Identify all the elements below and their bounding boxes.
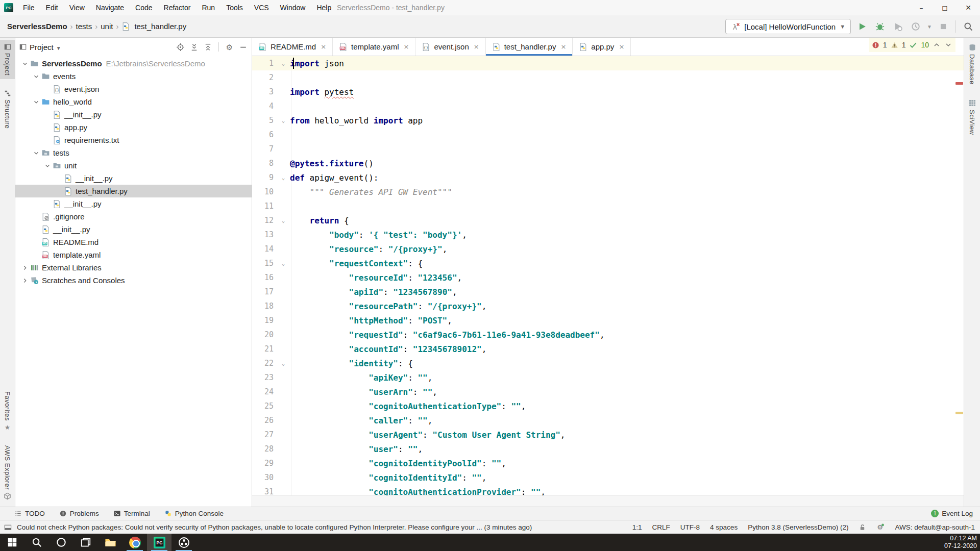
menu-tools[interactable]: Tools xyxy=(220,0,249,15)
hide-icon[interactable] xyxy=(239,43,248,52)
tree-item-scratches-and-consoles[interactable]: Scratches and Consoles xyxy=(15,274,252,287)
close-button[interactable]: ✕ xyxy=(957,0,980,15)
taskbar-pycharm-button[interactable]: PC xyxy=(147,534,172,551)
status-item[interactable]: 1:1 xyxy=(632,523,642,531)
tab-close-icon[interactable]: × xyxy=(619,43,624,51)
chevron-down-icon[interactable] xyxy=(32,149,41,157)
event-log-button[interactable]: 1 Event Log xyxy=(931,510,973,517)
tree-item-readme-md[interactable]: MDREADME.md xyxy=(15,236,252,248)
toggle-panels-icon[interactable] xyxy=(4,523,12,531)
aws-gear-icon[interactable]: ⚙ xyxy=(876,523,885,531)
coverage-button[interactable] xyxy=(891,20,904,33)
collapse-all-icon[interactable] xyxy=(204,43,212,52)
fold-marker-icon[interactable]: ⌄ xyxy=(277,117,290,124)
taskbar-explorer-button[interactable] xyxy=(98,534,122,551)
fold-marker-icon[interactable]: ⌄ xyxy=(277,360,290,367)
tool-button-python-console[interactable]: Python Console xyxy=(164,510,224,517)
status-item[interactable]: CRLF xyxy=(652,523,670,531)
tree-item-template-yaml[interactable]: YMLtemplate.yaml xyxy=(15,248,252,261)
chevron-down-icon[interactable] xyxy=(32,98,41,106)
chevron-right-icon[interactable] xyxy=(20,277,30,284)
menu-vcs[interactable]: VCS xyxy=(249,0,275,15)
code-editor[interactable]: 1⌄import json23import pytest45⌄from hell… xyxy=(252,56,964,495)
tree-item--init-py[interactable]: __init__.py xyxy=(15,108,252,121)
tree-item-external-libraries[interactable]: External Libraries xyxy=(15,261,252,274)
tab-close-icon[interactable]: × xyxy=(474,43,479,51)
tab-close-icon[interactable]: × xyxy=(560,43,566,51)
next-problem-icon[interactable] xyxy=(944,41,952,49)
tree-item-unit[interactable]: unit xyxy=(15,159,252,172)
search-everywhere-button[interactable] xyxy=(962,20,975,33)
menu-navigate[interactable]: Navigate xyxy=(90,0,130,15)
maximize-button[interactable]: ◻ xyxy=(933,0,957,15)
tree-item-test-handler-py[interactable]: test_handler.py xyxy=(15,185,252,197)
fold-marker-icon[interactable]: ⌄ xyxy=(277,217,290,224)
tab-app-py[interactable]: app.py× xyxy=(573,38,631,56)
minimize-button[interactable]: – xyxy=(910,0,933,15)
chevron-down-icon[interactable] xyxy=(20,60,30,67)
tool-stripe-favorites[interactable]: Favorites★ xyxy=(0,388,15,435)
menu-run[interactable]: Run xyxy=(196,0,220,15)
menu-refactor[interactable]: Refactor xyxy=(158,0,197,15)
tab-test-handler-py[interactable]: test_handler.py× xyxy=(486,38,573,56)
menu-window[interactable]: Window xyxy=(275,0,311,15)
run-button[interactable] xyxy=(855,20,869,33)
breadcrumb-item[interactable]: unit xyxy=(101,22,113,31)
taskbar-chrome-button[interactable] xyxy=(122,534,147,551)
status-item[interactable]: 4 spaces xyxy=(710,523,738,531)
fold-marker-icon[interactable]: ⌄ xyxy=(277,260,290,267)
expand-all-icon[interactable] xyxy=(190,43,199,52)
tool-button-todo[interactable]: TODO xyxy=(14,510,45,517)
profiler-button[interactable] xyxy=(909,20,922,33)
chevron-right-icon[interactable] xyxy=(20,264,30,271)
debug-button[interactable] xyxy=(873,20,887,33)
taskbar-obs-button[interactable] xyxy=(172,534,196,551)
run-config-select[interactable]: λ [Local] HelloWorldFunction ▼ xyxy=(725,19,851,34)
tool-stripe-project[interactable]: Project xyxy=(0,40,15,79)
menu-code[interactable]: Code xyxy=(130,0,158,15)
status-aws[interactable]: AWS: default@ap-south-1 xyxy=(895,523,975,531)
breadcrumb-item[interactable]: tests xyxy=(76,22,92,31)
taskbar-win-search-button[interactable] xyxy=(24,534,49,551)
tool-button-terminal[interactable]: Terminal xyxy=(113,510,150,517)
tab-close-icon[interactable]: × xyxy=(403,43,409,51)
tree-item-events[interactable]: events xyxy=(15,70,252,83)
tree-item-hello-world[interactable]: hello_world xyxy=(15,95,252,108)
tree-item--init-py[interactable]: __init__.py xyxy=(15,223,252,236)
tree-item-event-json[interactable]: {}event.json xyxy=(15,83,252,95)
breadcrumb-item[interactable]: ServerlessDemo xyxy=(7,22,67,31)
tab-template-yaml[interactable]: YMLtemplate.yaml× xyxy=(333,38,415,56)
chevron-down-icon[interactable] xyxy=(43,162,52,169)
taskbar-start-button[interactable] xyxy=(0,534,24,551)
fold-marker-icon[interactable]: ⌄ xyxy=(277,174,290,181)
prev-problem-icon[interactable] xyxy=(933,41,941,49)
tree-item--init-py[interactable]: __init__.py xyxy=(15,172,252,185)
breadcrumb-item[interactable]: test_handler.py xyxy=(134,22,186,31)
gear-icon[interactable]: ⚙ xyxy=(225,43,234,52)
status-item[interactable]: Python 3.8 (ServerlessDemo) (2) xyxy=(748,523,848,531)
menu-file[interactable]: File xyxy=(17,0,40,15)
profiler-dropdown-icon[interactable]: ▼ xyxy=(927,24,932,30)
chevron-down-icon[interactable] xyxy=(32,73,41,80)
fold-marker-icon[interactable]: ⌄ xyxy=(277,60,290,67)
taskbar-taskview-button[interactable] xyxy=(74,534,98,551)
status-item[interactable]: UTF-8 xyxy=(680,523,700,531)
tab-close-icon[interactable]: × xyxy=(321,43,326,51)
tree-item-tests[interactable]: tests xyxy=(15,146,252,159)
tree-item--gitignore[interactable]: .gitignore xyxy=(15,210,252,223)
menu-view[interactable]: View xyxy=(64,0,90,15)
tool-stripe-structure[interactable]: Structure xyxy=(0,86,15,132)
taskbar-clock[interactable]: 07:12 AM 07-12-2020 xyxy=(944,534,977,551)
inspections-widget[interactable]: 1 1 10 xyxy=(869,38,955,52)
taskbar-cortana-button[interactable] xyxy=(49,534,74,551)
tool-stripe-aws-explorer[interactable]: AWS Explorer xyxy=(0,442,15,504)
menu-help[interactable]: Help xyxy=(311,0,337,15)
tool-stripe-sciview[interactable]: SciView xyxy=(964,95,980,139)
tree-item-serverlessdemo[interactable]: ServerlessDemoE:\Jetbrains\ServerlessDem… xyxy=(15,57,252,70)
stop-button[interactable] xyxy=(937,20,950,33)
locate-icon[interactable] xyxy=(176,43,185,52)
tool-stripe-database[interactable]: Database xyxy=(964,40,980,88)
tab-readme-md[interactable]: MDREADME.md× xyxy=(252,38,333,56)
status-message[interactable]: Could not check Python packages: Could n… xyxy=(17,523,532,531)
lock-icon[interactable] xyxy=(859,523,866,531)
